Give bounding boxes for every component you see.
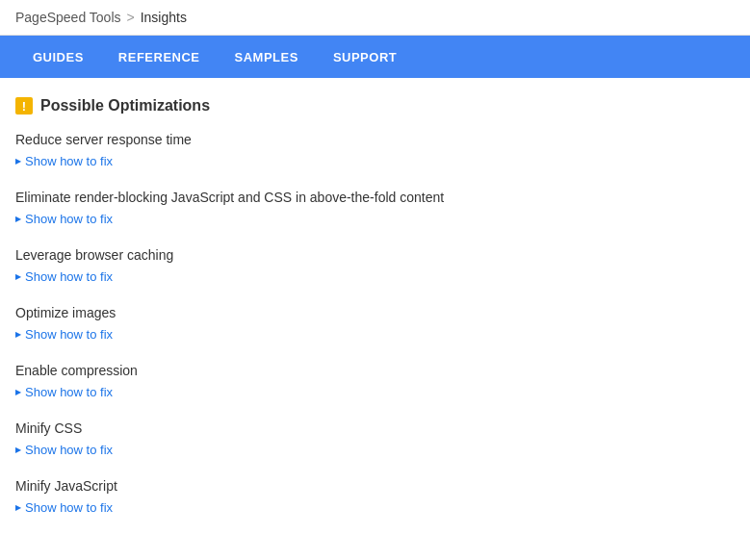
show-how-link-5[interactable]: Show how to fix <box>15 443 113 457</box>
nav-item-support[interactable]: SUPPORT <box>316 36 414 78</box>
section-header: ! Possible Optimizations <box>15 97 735 115</box>
show-how-link-6[interactable]: Show how to fix <box>15 500 113 515</box>
optimization-item: Minify CSSShow how to fix <box>15 420 735 457</box>
show-how-link-3[interactable]: Show how to fix <box>15 327 113 342</box>
section-title: Possible Optimizations <box>40 97 210 115</box>
optimization-item: Eliminate render-blocking JavaScript and… <box>15 190 735 226</box>
breadcrumb-bar: PageSpeed Tools > Insights <box>0 0 750 36</box>
nav-item-samples[interactable]: SAMPLES <box>218 36 316 78</box>
show-how-link-2[interactable]: Show how to fix <box>15 269 113 284</box>
main-content: ! Possible Optimizations Reduce server r… <box>0 78 750 555</box>
breadcrumb-parent[interactable]: PageSpeed Tools <box>15 10 121 25</box>
optimization-item: Optimize imagesShow how to fix <box>15 305 735 342</box>
breadcrumb-separator: > <box>127 10 135 25</box>
optimization-title-5: Minify CSS <box>15 420 735 436</box>
optimization-title-1: Eliminate render-blocking JavaScript and… <box>15 190 735 205</box>
show-how-link-1[interactable]: Show how to fix <box>15 212 113 226</box>
optimization-title-6: Minify JavaScript <box>15 478 735 494</box>
optimization-title-0: Reduce server response time <box>15 132 735 147</box>
nav-item-reference[interactable]: REFERENCE <box>101 36 218 78</box>
optimization-title-3: Optimize images <box>15 305 735 320</box>
optimization-item: Reduce server response timeShow how to f… <box>15 132 735 168</box>
optimization-item: Leverage browser cachingShow how to fix <box>15 247 735 284</box>
optimization-item: Minify JavaScriptShow how to fix <box>15 478 735 515</box>
nav-bar: GUIDESREFERENCESAMPLESSUPPORT <box>0 36 750 78</box>
optimizations-list: Reduce server response timeShow how to f… <box>15 132 735 515</box>
nav-item-guides[interactable]: GUIDES <box>15 36 101 78</box>
optimization-item: Enable compressionShow how to fix <box>15 363 735 399</box>
optimization-title-4: Enable compression <box>15 363 735 378</box>
breadcrumb-current: Insights <box>141 10 187 25</box>
optimization-title-2: Leverage browser caching <box>15 247 735 263</box>
show-how-link-0[interactable]: Show how to fix <box>15 154 113 168</box>
warning-icon: ! <box>15 97 33 115</box>
show-how-link-4[interactable]: Show how to fix <box>15 385 113 399</box>
